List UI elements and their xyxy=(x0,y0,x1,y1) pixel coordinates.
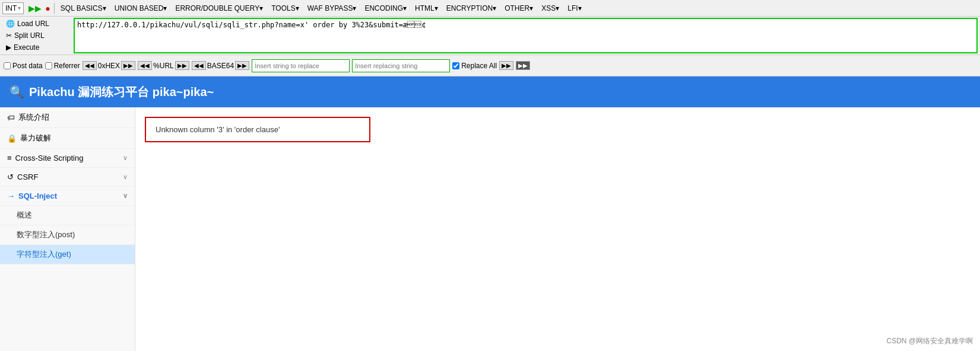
string-label: 字符型注入(get) xyxy=(17,250,71,259)
left-sidebar: 🏷 系统介绍 🔒 暴力破解 ≡ Cross-Site Scripting ∨ ↺… xyxy=(0,107,135,351)
url-group: ◀◀ %URL ▶▶ xyxy=(138,61,189,70)
sidebar-subitem-string[interactable]: 字符型注入(get) xyxy=(0,245,135,264)
sidebar-item-brute-force[interactable]: 🔒 暴力破解 xyxy=(0,128,135,149)
hex-group: ◀◀ 0xHEX ▶▶ xyxy=(83,61,135,70)
sidebar-item-sql-inject[interactable]: → SQL-Inject ∨ xyxy=(0,187,135,206)
url-input-container xyxy=(74,18,978,53)
toolbar: Post data Referrer ◀◀ 0xHEX ▶▶ ◀◀ %URL ▶… xyxy=(0,55,980,76)
xss-icon: ≡ xyxy=(7,154,12,162)
sidebar-item-xss[interactable]: ≡ Cross-Site Scripting ∨ xyxy=(0,149,135,168)
base64-left-icon: ◀◀ xyxy=(194,62,204,69)
site-header-title: Pikachu 漏洞练习平台 pika~pika~ xyxy=(29,84,214,100)
int-selector[interactable]: INT ▾ xyxy=(2,2,24,14)
xss-label: Cross-Site Scripting xyxy=(15,154,84,162)
hex-arrow-left[interactable]: ◀◀ xyxy=(83,61,97,70)
url-input[interactable] xyxy=(77,21,974,29)
csrf-icon: ↺ xyxy=(7,173,14,181)
execute-icon: ▶ xyxy=(6,43,11,52)
base64-label: BASE64 xyxy=(207,62,234,70)
csrf-label: CSRF xyxy=(17,173,38,181)
int-label: INT xyxy=(5,4,17,12)
sidebar-subitem-overview[interactable]: 概述 xyxy=(0,206,135,225)
site-header-icon: 🔍 xyxy=(9,85,24,99)
execute-label: Execute xyxy=(14,43,39,52)
split-url-icon: ✂ xyxy=(6,31,12,40)
menu-encoding[interactable]: ENCODING▾ xyxy=(361,3,410,14)
menu-union-based[interactable]: UNION BASED▾ xyxy=(111,3,171,14)
url-sidebar: 🌐 Load URL ✂ Split URL ▶ Execute xyxy=(2,18,74,53)
split-url-button[interactable]: ✂ Split URL xyxy=(2,30,74,42)
menu-xss[interactable]: XSS▾ xyxy=(538,3,563,14)
overview-label: 概述 xyxy=(17,210,32,219)
menu-error-double[interactable]: ERROR/DOUBLE QUERY▾ xyxy=(172,3,267,14)
url-area: 🌐 Load URL ✂ Split URL ▶ Execute xyxy=(0,17,980,55)
referrer-item: Referrer xyxy=(45,62,80,70)
watermark: CSDN @网络安全真难学啊 xyxy=(886,336,973,346)
watermark-text: CSDN @网络安全真难学啊 xyxy=(886,337,973,345)
brute-force-label: 暴力破解 xyxy=(20,133,51,143)
hex-right-icon: ▶▶ xyxy=(123,62,133,69)
menu-encryption[interactable]: ENCRYPTION▾ xyxy=(443,3,500,14)
final-arrow-dark[interactable]: ▶▶ xyxy=(516,61,530,70)
base64-arrow-left[interactable]: ◀◀ xyxy=(192,61,206,70)
hex-label: 0xHEX xyxy=(98,62,120,70)
menu-waf-bypass[interactable]: WAF BYPASS▾ xyxy=(304,3,360,14)
error-box: Unknown column '3' in 'order clause' xyxy=(145,117,370,142)
url-right-icon: ▶▶ xyxy=(177,62,187,69)
referrer-label: Referrer xyxy=(54,62,80,70)
base64-arrow-right[interactable]: ▶▶ xyxy=(235,61,249,70)
sql-inject-chevron-icon: ∨ xyxy=(123,192,128,200)
site-header: 🔍 Pikachu 漏洞练习平台 pika~pika~ xyxy=(0,76,980,107)
insert-replacing-input[interactable] xyxy=(352,59,450,72)
sep-1 xyxy=(54,3,55,14)
sidebar-subitem-numeric[interactable]: 数字型注入(post) xyxy=(0,225,135,245)
sql-inject-label: SQL-Inject xyxy=(18,192,57,200)
error-message: Unknown column '3' in 'order clause' xyxy=(156,125,280,134)
green-arrow-1: ▶▶ xyxy=(28,4,42,13)
csrf-chevron-icon: ∨ xyxy=(123,173,128,181)
insert-replace-input[interactable] xyxy=(252,59,350,72)
load-url-button[interactable]: 🌐 Load URL xyxy=(2,18,74,30)
referrer-checkbox[interactable] xyxy=(45,62,52,69)
split-url-label: Split URL xyxy=(14,31,45,40)
sidebar-item-sys-intro[interactable]: 🏷 系统介绍 xyxy=(0,107,135,128)
hex-left-icon: ◀◀ xyxy=(85,62,94,69)
main-content: 🏷 系统介绍 🔒 暴力破解 ≡ Cross-Site Scripting ∨ ↺… xyxy=(0,107,980,351)
final-dark-icon: ▶▶ xyxy=(518,62,528,69)
content-area: Unknown column '3' in 'order clause' xyxy=(135,107,980,351)
url-arrow-right[interactable]: ▶▶ xyxy=(175,61,189,70)
post-data-label: Post data xyxy=(12,62,43,70)
menu-lfi[interactable]: LFI▾ xyxy=(564,3,585,14)
load-url-icon: 🌐 xyxy=(6,20,15,28)
post-data-item: Post data xyxy=(4,62,43,70)
url-arrow-left[interactable]: ◀◀ xyxy=(138,61,152,70)
final-arrow-right[interactable]: ▶▶ xyxy=(499,61,513,70)
url-encode-label: %URL xyxy=(153,62,174,70)
replace-all-item: Replace All xyxy=(452,62,497,70)
menu-sql-basics[interactable]: SQL BASICS▾ xyxy=(57,3,110,14)
final-right-icon: ▶▶ xyxy=(502,62,511,69)
sys-intro-icon: 🏷 xyxy=(7,113,15,122)
base64-right-icon: ▶▶ xyxy=(237,62,247,69)
numeric-label: 数字型注入(post) xyxy=(17,230,75,239)
menubar: INT ▾ ▶▶ ● SQL BASICS▾ UNION BASED▾ ERRO… xyxy=(0,0,980,17)
url-left-icon: ◀◀ xyxy=(140,62,150,69)
menu-other[interactable]: OTHER▾ xyxy=(501,3,537,14)
sql-inject-icon: → xyxy=(7,192,15,200)
brute-force-icon: 🔒 xyxy=(7,134,17,143)
sys-intro-label: 系统介绍 xyxy=(18,112,49,123)
xss-chevron-icon: ∨ xyxy=(123,154,128,162)
base64-group: ◀◀ BASE64 ▶▶ xyxy=(192,61,249,70)
load-url-label: Load URL xyxy=(17,20,49,28)
execute-button[interactable]: ▶ Execute xyxy=(2,42,74,53)
post-data-checkbox[interactable] xyxy=(4,62,11,69)
replace-all-checkbox[interactable] xyxy=(452,62,459,69)
red-dot: ● xyxy=(45,4,50,13)
menu-tools[interactable]: TOOLS▾ xyxy=(268,3,302,14)
hex-arrow-right[interactable]: ▶▶ xyxy=(121,61,135,70)
menu-html[interactable]: HTML▾ xyxy=(411,3,442,14)
replace-all-label: Replace All xyxy=(461,62,497,70)
sidebar-item-csrf[interactable]: ↺ CSRF ∨ xyxy=(0,168,135,187)
